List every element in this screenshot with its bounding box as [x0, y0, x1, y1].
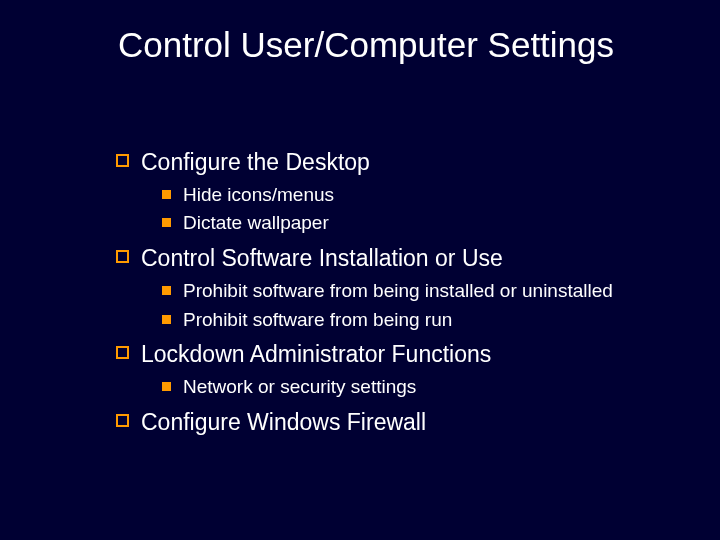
outline-subitems: Prohibit software from being installed o…: [162, 279, 680, 332]
slide-title: Control User/Computer Settings: [118, 24, 680, 65]
outline-subitem: Network or security settings: [162, 375, 680, 400]
outline-subitem-label: Hide icons/menus: [183, 183, 334, 208]
hollow-square-bullet-icon: [116, 154, 129, 167]
outline-subitem: Prohibit software from being run: [162, 308, 680, 333]
filled-square-bullet-icon: [162, 315, 171, 324]
outline-subitem-label: Prohibit software from being run: [183, 308, 452, 333]
outline-item: Control Software Installation or Use: [116, 244, 680, 273]
outline-subitem: Hide icons/menus: [162, 183, 680, 208]
outline-subitem: Prohibit software from being installed o…: [162, 279, 680, 304]
outline-subitems: Hide icons/menusDictate wallpaper: [162, 183, 680, 236]
hollow-square-bullet-icon: [116, 414, 129, 427]
outline-item: Configure the Desktop: [116, 148, 680, 177]
filled-square-bullet-icon: [162, 218, 171, 227]
outline-item-label: Configure Windows Firewall: [141, 408, 426, 437]
filled-square-bullet-icon: [162, 190, 171, 199]
hollow-square-bullet-icon: [116, 346, 129, 359]
slide-content: Configure the DesktopHide icons/menusDic…: [116, 148, 680, 442]
outline-item-label: Configure the Desktop: [141, 148, 370, 177]
outline-subitems: Network or security settings: [162, 375, 680, 400]
outline-item-label: Control Software Installation or Use: [141, 244, 503, 273]
outline-item: Configure Windows Firewall: [116, 408, 680, 437]
outline-subitem: Dictate wallpaper: [162, 211, 680, 236]
slide-background: Control User/Computer Settings Configure…: [0, 0, 720, 540]
outline-subitem-label: Network or security settings: [183, 375, 416, 400]
outline-item-label: Lockdown Administrator Functions: [141, 340, 491, 369]
outline-subitem-label: Prohibit software from being installed o…: [183, 279, 613, 304]
hollow-square-bullet-icon: [116, 250, 129, 263]
outline-subitem-label: Dictate wallpaper: [183, 211, 329, 236]
outline-item: Lockdown Administrator Functions: [116, 340, 680, 369]
filled-square-bullet-icon: [162, 286, 171, 295]
filled-square-bullet-icon: [162, 382, 171, 391]
